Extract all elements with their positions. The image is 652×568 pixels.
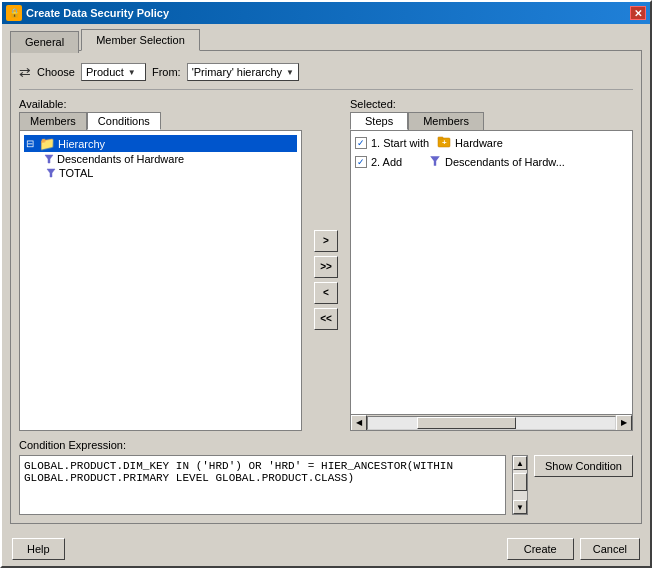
move-right-single[interactable]: > <box>314 230 338 252</box>
tab-steps[interactable]: Steps <box>350 112 408 130</box>
step-2-checkbox[interactable]: ✓ <box>355 156 367 168</box>
show-condition-button[interactable]: Show Condition <box>534 455 633 477</box>
step-2-icon <box>429 155 441 169</box>
tab-member-selection[interactable]: Member Selection <box>81 29 200 51</box>
step-2-value: Descendants of Hardw... <box>445 156 565 168</box>
available-label: Available: <box>19 98 302 110</box>
arrows-panel: > >> < << <box>310 128 342 431</box>
product-value: Product <box>86 66 124 78</box>
tree-item-total-label: TOTAL <box>59 167 93 179</box>
close-button[interactable]: ✕ <box>630 6 646 20</box>
svg-marker-0 <box>45 155 53 163</box>
selected-label: Selected: <box>350 98 633 110</box>
hierarchy-dropdown-arrow: ▼ <box>286 68 294 77</box>
choose-icon: ⇄ <box>19 64 31 80</box>
selected-panel-content: ✓ 1. Start with + Hardware <box>350 130 633 431</box>
step-1-icon: + <box>437 135 451 151</box>
scroll-thumb <box>417 417 516 429</box>
step-1-value: Hardware <box>455 137 503 149</box>
bottom-bar: Help Create Cancel <box>2 532 650 566</box>
hierarchy-value: 'Primary' hierarchy <box>192 66 282 78</box>
move-left-double[interactable]: << <box>314 308 338 330</box>
svg-marker-5 <box>430 156 440 166</box>
condition-scrollbar: ▲ ▼ <box>512 455 528 515</box>
product-dropdown[interactable]: Product ▼ <box>81 63 146 81</box>
svg-text:+: + <box>442 138 447 147</box>
tree-item-descendants-label: Descendants of Hardware <box>57 153 184 165</box>
condition-textarea[interactable] <box>19 455 506 515</box>
selected-panel-tabs: Steps Members <box>350 112 633 130</box>
bottom-right-buttons: Create Cancel <box>507 538 640 560</box>
choose-label: Choose <box>37 66 75 78</box>
cancel-button[interactable]: Cancel <box>580 538 640 560</box>
steps-list: ✓ 1. Start with + Hardware <box>351 131 632 414</box>
available-panel: Available: Members Conditions ⊟ 📁 Hierar… <box>19 98 302 431</box>
panels-row: Available: Members Conditions ⊟ 📁 Hierar… <box>19 98 633 431</box>
scroll-left-arrow[interactable]: ◀ <box>351 415 367 431</box>
tab-selected-members[interactable]: Members <box>408 112 484 130</box>
condition-section: Condition Expression: ▲ ▼ Show Condition <box>19 439 633 515</box>
scroll-track[interactable] <box>367 416 616 430</box>
filter-icon <box>44 154 54 164</box>
step-row-1: ✓ 1. Start with + Hardware <box>353 133 630 153</box>
hierarchy-dropdown[interactable]: 'Primary' hierarchy ▼ <box>187 63 299 81</box>
create-button[interactable]: Create <box>507 538 574 560</box>
scroll-right-arrow[interactable]: ▶ <box>616 415 632 431</box>
window-icon: 🔒 <box>6 5 22 21</box>
available-panel-content: ⊟ 📁 Hierarchy Descendants of Hardware <box>19 130 302 431</box>
tree-item-total[interactable]: TOTAL <box>46 166 297 180</box>
scroll-thumb-v <box>513 473 527 491</box>
tab-conditions[interactable]: Conditions <box>87 112 161 130</box>
move-right-double[interactable]: >> <box>314 256 338 278</box>
step-1-label: 1. Start with <box>371 137 429 149</box>
plus-folder-icon: + <box>437 135 451 149</box>
selected-panel: Selected: Steps Members ✓ 1. Start with <box>350 98 633 431</box>
help-button[interactable]: Help <box>12 538 65 560</box>
step-row-2: ✓ 2. Add Descendants of Hardw... <box>353 153 630 171</box>
available-panel-tabs: Members Conditions <box>19 112 302 130</box>
scroll-track-v[interactable] <box>513 470 527 500</box>
scroll-down-btn[interactable]: ▼ <box>513 500 527 514</box>
step-1-checkbox[interactable]: ✓ <box>355 137 367 149</box>
title-bar: 🔒 Create Data Security Policy ✕ <box>2 2 650 24</box>
condition-label: Condition Expression: <box>19 439 633 451</box>
from-label: From: <box>152 66 181 78</box>
move-left-single[interactable]: < <box>314 282 338 304</box>
main-window: 🔒 Create Data Security Policy ✕ General … <box>0 0 652 568</box>
step-2-label: 2. Add <box>371 156 421 168</box>
window-title: Create Data Security Policy <box>26 7 169 19</box>
main-tabs: General Member Selection <box>2 24 650 50</box>
tree-child-1: Descendants of Hardware TOTAL <box>24 152 297 180</box>
tree-root-label: Hierarchy <box>58 138 105 150</box>
tab-general[interactable]: General <box>10 31 79 53</box>
condition-row: ▲ ▼ Show Condition <box>19 455 633 515</box>
tree-root[interactable]: ⊟ 📁 Hierarchy <box>24 135 297 152</box>
folder-icon: 📁 <box>39 136 55 151</box>
scroll-up-btn[interactable]: ▲ <box>513 456 527 470</box>
step-filter-icon <box>429 155 441 167</box>
tree-root-expander: ⊟ <box>24 138 36 149</box>
horizontal-scrollbar: ◀ ▶ <box>351 414 632 430</box>
svg-marker-1 <box>47 169 55 177</box>
content-area: ⇄ Choose Product ▼ From: 'Primary' hiera… <box>10 50 642 524</box>
tab-members[interactable]: Members <box>19 112 87 130</box>
total-filter-icon <box>46 168 56 178</box>
tree-item-descendants[interactable]: Descendants of Hardware <box>44 152 297 166</box>
choose-row: ⇄ Choose Product ▼ From: 'Primary' hiera… <box>19 59 633 90</box>
product-dropdown-arrow: ▼ <box>128 68 136 77</box>
